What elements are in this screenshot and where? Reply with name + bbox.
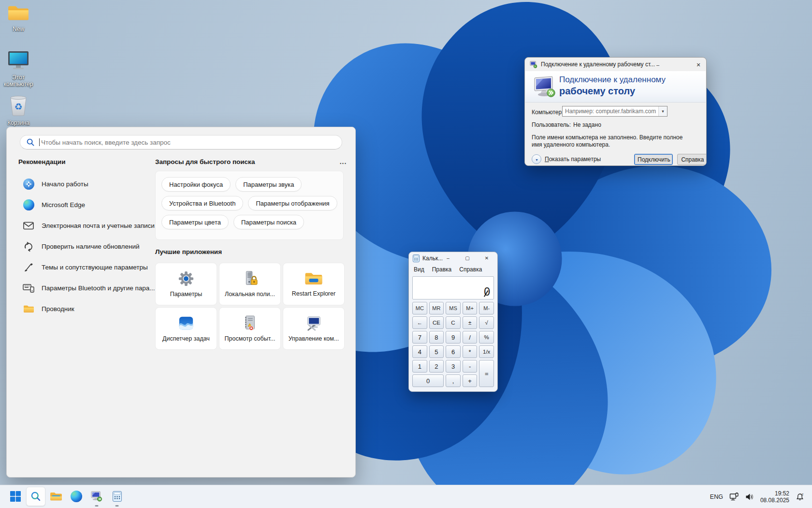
chevron-down-icon[interactable]: ▾ xyxy=(658,106,667,116)
calc-key-reciprocal[interactable]: 1/x xyxy=(479,345,494,358)
show-options-link[interactable]: Показать параметры xyxy=(545,156,601,163)
running-indicator xyxy=(95,505,99,507)
close-icon[interactable]: ✕ xyxy=(477,253,496,263)
calc-key-percent[interactable]: % xyxy=(479,331,494,344)
taskbar-calculator-button[interactable] xyxy=(107,487,127,506)
desktop-icon-new-folder[interactable]: New xyxy=(0,4,37,32)
taskbar-edge-button[interactable] xyxy=(67,487,86,506)
folder-icon xyxy=(23,304,34,314)
taskbar-explorer-button[interactable] xyxy=(46,487,66,506)
calc-key-mr[interactable]: MR xyxy=(429,302,444,314)
computer-combobox[interactable]: ▾ xyxy=(562,106,667,117)
calc-key-clear[interactable]: C xyxy=(446,316,461,329)
taskbar: ENG 19:52 08.08.2025 z xyxy=(0,485,812,508)
connect-button[interactable]: Подключить xyxy=(634,154,673,165)
search-box[interactable] xyxy=(20,135,342,149)
calc-key-8[interactable]: 8 xyxy=(429,331,444,344)
calc-key-multiply[interactable]: * xyxy=(463,345,478,358)
start-button[interactable] xyxy=(6,487,25,506)
folder-icon xyxy=(7,4,29,22)
app-tile-task-manager[interactable]: Диспетчер задач xyxy=(155,307,217,350)
app-tile-restart-explorer[interactable]: Restart Explorer xyxy=(283,263,345,305)
remote-desktop-icon xyxy=(91,491,102,502)
taskbar-search-button[interactable] xyxy=(26,487,45,506)
app-tile-settings[interactable]: Параметры xyxy=(155,263,217,305)
help-button[interactable]: Справка xyxy=(677,154,707,165)
calc-key-2[interactable]: 2 xyxy=(429,360,444,373)
calc-key-0[interactable]: 0 xyxy=(412,374,444,387)
quick-search-pill[interactable]: Параметры цвета xyxy=(161,215,229,229)
volume-icon[interactable] xyxy=(745,493,754,501)
network-icon[interactable] xyxy=(729,493,739,501)
quick-searches-title: Запросы для быстрого поиска xyxy=(155,158,255,165)
computer-input[interactable] xyxy=(563,108,658,115)
quick-search-pill[interactable]: Параметры поиска xyxy=(233,215,304,229)
calc-key-5[interactable]: 5 xyxy=(429,345,444,358)
calc-key-sqrt[interactable]: √ xyxy=(479,316,494,329)
brush-icon xyxy=(24,263,33,272)
app-tile-label: Локальная поли... xyxy=(225,291,275,298)
calc-key-1[interactable]: 1 xyxy=(412,360,427,373)
notification-bell-icon[interactable]: z xyxy=(796,493,804,501)
calc-key-mc[interactable]: MC xyxy=(412,302,427,314)
calc-key-decimal[interactable]: , xyxy=(446,374,461,387)
svg-text:♻: ♻ xyxy=(14,101,22,112)
search-input[interactable] xyxy=(40,138,336,147)
quick-search-pill[interactable]: Устройства и Bluetooth xyxy=(161,196,243,210)
task-manager-icon xyxy=(178,315,194,331)
computer-management-icon xyxy=(305,315,322,331)
taskbar-rdp-button[interactable] xyxy=(87,487,106,506)
event-viewer-icon xyxy=(242,315,258,331)
recommendation-check-updates[interactable]: Проверить наличие обновлений xyxy=(18,236,154,257)
recommendation-mail-accounts[interactable]: Электронная почта и учетные записи xyxy=(18,215,154,236)
close-icon[interactable]: ✕ xyxy=(691,59,706,70)
recommendation-bluetooth-devices[interactable]: Параметры Bluetooth и другие пара... xyxy=(18,278,154,299)
calc-key-ce[interactable]: CE xyxy=(429,316,444,329)
quick-search-pill[interactable]: Параметры отображения xyxy=(248,196,337,210)
clock[interactable]: 19:52 08.08.2025 xyxy=(760,490,789,504)
recommendation-explorer[interactable]: Проводник xyxy=(18,299,154,319)
minimize-icon[interactable]: – xyxy=(650,59,666,70)
calc-key-m-minus[interactable]: M- xyxy=(479,302,494,314)
desktop-icon-this-pc[interactable]: Этот компьютер xyxy=(0,50,37,88)
rdp-titlebar[interactable]: Подключение к удаленному рабочему ст... … xyxy=(525,58,706,71)
calculator-display-value: 0 xyxy=(484,285,490,299)
calculator-titlebar[interactable]: Кальк... – ▢ ✕ xyxy=(409,252,497,265)
maximize-icon[interactable]: ▢ xyxy=(458,253,477,263)
calc-key-negate[interactable]: ± xyxy=(463,316,478,329)
desktop-icon-recycle-bin[interactable]: ♻ Корзина xyxy=(0,95,37,126)
top-apps-title: Лучшие приложения xyxy=(155,248,222,255)
calc-key-3[interactable]: 3 xyxy=(446,360,461,373)
calc-key-plus[interactable]: + xyxy=(463,374,478,387)
menu-edit[interactable]: Правка xyxy=(432,266,452,273)
get-started-icon xyxy=(23,179,34,190)
recommendation-edge[interactable]: Microsoft Edge xyxy=(18,194,154,215)
calc-key-m-plus[interactable]: M+ xyxy=(463,302,478,314)
calc-key-equals[interactable]: = xyxy=(479,360,494,387)
calc-key-divide[interactable]: / xyxy=(463,331,478,344)
running-indicator xyxy=(116,505,119,507)
calc-key-ms[interactable]: MS xyxy=(446,302,461,314)
recommendations-list: Начало работы Microsoft Edge Электронная… xyxy=(18,174,154,319)
more-options-button[interactable]: ... xyxy=(336,156,350,167)
quick-search-pill[interactable]: Настройки фокуса xyxy=(161,177,231,192)
rdp-bottom-bar: ▼ Показать параметры Подключить Справка xyxy=(532,154,700,165)
calc-key-4[interactable]: 4 xyxy=(412,345,427,358)
menu-help[interactable]: Справка xyxy=(459,266,482,273)
calc-key-9[interactable]: 9 xyxy=(446,331,461,344)
menu-view[interactable]: Вид xyxy=(414,266,424,273)
recommendation-get-started[interactable]: Начало работы xyxy=(18,174,154,194)
app-tile-local-policy[interactable]: Локальная поли... xyxy=(219,263,281,305)
language-indicator[interactable]: ENG xyxy=(710,493,723,500)
app-tile-event-viewer[interactable]: Просмотр событ... xyxy=(219,307,281,350)
local-policy-icon xyxy=(242,270,258,287)
app-tile-computer-management[interactable]: Управление ком... xyxy=(283,307,345,350)
calc-key-minus[interactable]: - xyxy=(463,360,478,373)
show-options-chevron-icon[interactable]: ▼ xyxy=(532,154,541,164)
calc-key-backspace[interactable]: ← xyxy=(412,316,427,329)
calc-key-6[interactable]: 6 xyxy=(446,345,461,358)
quick-search-pill[interactable]: Параметры звука xyxy=(235,177,302,192)
calc-key-7[interactable]: 7 xyxy=(412,331,427,344)
minimize-icon[interactable]: – xyxy=(438,253,458,263)
recommendation-themes[interactable]: Темы и сопутствующие параметры xyxy=(18,257,154,278)
